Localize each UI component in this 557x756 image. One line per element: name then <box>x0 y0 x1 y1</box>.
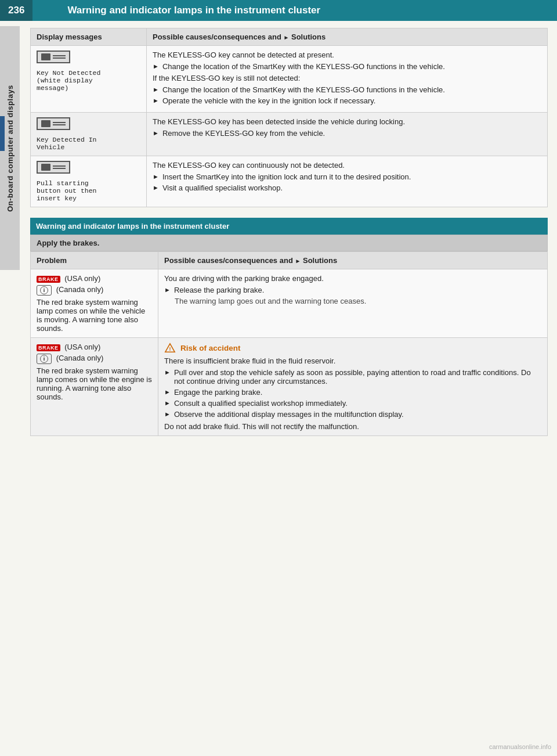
brake-badge-2: BRAKE <box>37 344 60 351</box>
key-not-detected-label: Key Not Detected(white displaymessage) <box>37 69 140 92</box>
brake-problem-cell-1: BRAKE (USA only) i (Canada only) The red… <box>31 269 158 338</box>
canada-label-2: (Canada only) <box>56 354 104 362</box>
key-detected-cell: Key Detected InVehicle <box>31 113 147 156</box>
brake-problem-cell-2: BRAKE (USA only) i (Canada only) The red… <box>31 338 158 436</box>
pull-starting-icon <box>37 161 70 174</box>
display-msg-cell: Key Not Detected(white displaymessage) <box>31 46 147 113</box>
usa-label: (USA only) <box>64 274 100 283</box>
pull-starting-content: The KEYLESS-GO key can continuously not … <box>147 156 548 207</box>
warn-col2-header: Possible causes/consequences and ► Solut… <box>158 252 548 269</box>
key-detected-icon <box>37 117 70 130</box>
page-number: 236 <box>0 0 32 21</box>
col1-header: Display messages <box>31 28 147 46</box>
side-tab-accent-bar <box>0 116 5 151</box>
canada-badge: i <box>37 285 52 296</box>
key-not-detected-icon <box>37 51 70 63</box>
col2-header: Possible causes/consequences and ► Solut… <box>147 28 548 46</box>
watermark: carmanualsonline.info <box>489 743 551 750</box>
brake-solution-1: You are driving with the parking brake e… <box>158 269 548 338</box>
table-row: Pull startingbutton out theninsert key T… <box>31 156 548 207</box>
circle-i-icon-2: i <box>40 355 48 363</box>
key-detected-label: Key Detected InVehicle <box>37 136 140 151</box>
warning-triangle-icon: ! <box>164 343 176 353</box>
risk-of-accident-header: ! Risk of accident <box>164 343 541 353</box>
circle-i-icon: i <box>40 286 48 294</box>
warning-section-header: Warning and indicator lamps in the instr… <box>30 218 548 235</box>
key-not-detected-content: The KEYLESS-GO key cannot be detected at… <box>147 46 548 113</box>
svg-text:!: ! <box>169 346 171 352</box>
table-row: BRAKE (USA only) i (Canada only) The red… <box>31 338 548 436</box>
canada-badge-2: i <box>37 354 52 364</box>
key-detected-content: The KEYLESS-GO key has been detected ins… <box>147 113 548 156</box>
brake-problem-desc-2: The red brake system warning lamp comes … <box>37 366 152 401</box>
warning-table: Problem Possible causes/consequences and… <box>30 251 548 436</box>
risk-label: Risk of accident <box>180 344 241 352</box>
warn-col1-header: Problem <box>31 252 158 269</box>
pull-starting-label: Pull startingbutton out theninsert key <box>37 179 140 202</box>
canada-label: (Canada only) <box>56 285 104 294</box>
brake-badge: BRAKE <box>37 276 60 283</box>
table-row: Key Not Detected(white displaymessage) T… <box>31 46 548 113</box>
pull-starting-cell: Pull startingbutton out theninsert key <box>31 156 147 207</box>
side-tab-label: On-board computer and displays <box>6 85 15 212</box>
page-title: Warning and indicator lamps in the instr… <box>32 0 557 21</box>
brake-problem-desc-1: The red brake system warning lamp comes … <box>37 298 152 333</box>
table-row: Key Detected InVehicle The KEYLESS-GO ke… <box>31 113 548 156</box>
usa-label-2: (USA only) <box>64 343 100 351</box>
display-messages-table: Display messages Possible causes/consequ… <box>30 28 548 207</box>
table-row: BRAKE (USA only) i (Canada only) The red… <box>31 269 548 338</box>
brake-solution-2: ! Risk of accident There is insufficient… <box>158 338 548 436</box>
warning-subsection-header: Apply the brakes. <box>30 235 548 251</box>
